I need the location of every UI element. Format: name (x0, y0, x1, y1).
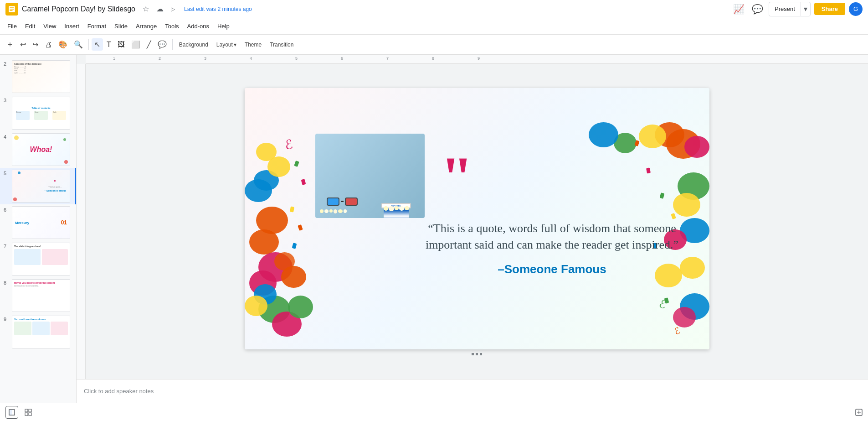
share-button[interactable]: Share (814, 3, 845, 15)
comments-icon[interactable]: 💬 (750, 2, 765, 16)
toolbar-sep-1 (88, 39, 89, 50)
slide-item-6[interactable]: 6 Mercury 01 (0, 204, 76, 241)
menu-tools[interactable]: Tools (161, 21, 182, 31)
slide-thumb-5: " This is a quote... —Someone Famous (12, 170, 70, 203)
slide-thumb-9: You could use three columns... (12, 316, 70, 348)
top-bar: Caramel Popcorn Day! by Slidesgo ☆ ☁ ▷ L… (0, 0, 868, 18)
fit-to-screen-icon[interactable] (855, 409, 863, 416)
quote-attribution: –Someone Famous (420, 262, 684, 276)
last-edit-link[interactable]: Last edit was 2 minutes ago (184, 6, 252, 12)
quote-text-area: “This is a quote, words full of wisdom t… (420, 220, 684, 277)
canvas-wrapper: ℰ (77, 64, 868, 379)
menu-arrange[interactable]: Arrange (132, 21, 160, 31)
add-button[interactable]: ＋ (4, 38, 16, 51)
app-logo (5, 3, 18, 16)
text-box-tool[interactable]: T (104, 39, 114, 51)
slide-thumb-6: Mercury 01 (12, 206, 70, 239)
svg-rect-8 (25, 413, 28, 416)
cursor-tool[interactable]: ↖ (92, 38, 103, 51)
user-avatar[interactable]: G (849, 2, 863, 16)
slide-item-5[interactable]: 5 " This is a quote... —Someone Famous (0, 168, 76, 204)
bottom-bar (0, 403, 868, 421)
slide-item-2[interactable]: 2 Contents of this template Mercury ....… (0, 58, 76, 95)
present-label[interactable]: Present (769, 2, 801, 16)
star-icon[interactable]: ☆ (141, 4, 151, 14)
menu-bar: File Edit View Insert Format Slide Arran… (0, 18, 868, 35)
toolbar: ＋ ↩ ↪ 🖨 🎨 🔍 ↖ T 🖼 ⬜ ╱ 💬 Background Layou… (0, 35, 868, 55)
line-tool[interactable]: ╱ (144, 38, 154, 51)
slide-thumb-8: Maybe you need to divide the content Lor… (12, 279, 70, 312)
top-right-actions: 📈 💬 Present ▾ Share G (731, 2, 863, 16)
transition-button[interactable]: Transition (266, 40, 297, 50)
present-button[interactable]: Present ▾ (769, 2, 811, 16)
ruler-vertical (77, 64, 86, 379)
print-button[interactable]: 🖨 (42, 39, 55, 51)
svg-rect-2 (10, 9, 14, 10)
page-dot-1 (472, 353, 474, 355)
quote-mark-decoration: " (441, 156, 473, 198)
ruler-horizontal: 1 2 3 4 5 6 7 8 9 (86, 55, 868, 64)
svg-rect-1 (10, 7, 14, 8)
slide-view-grid-button[interactable] (22, 406, 35, 419)
layout-button[interactable]: Layout ▾ (213, 40, 240, 50)
cloud-icon[interactable]: ☁ (154, 4, 165, 14)
menu-file[interactable]: File (4, 21, 21, 31)
zoom-button[interactable]: 🔍 (71, 38, 86, 51)
svg-rect-6 (25, 409, 28, 412)
quote-text: “This is a quote, words full of wisdom t… (420, 220, 684, 254)
svg-rect-3 (10, 10, 13, 11)
slide-thumb-7: The slide title goes here! (12, 243, 70, 275)
slide-thumb-3: Table of contents Mercury Venus Earth (12, 97, 70, 130)
menu-addons[interactable]: Add-ons (184, 21, 213, 31)
slide-container: ℰ (245, 88, 709, 355)
analytics-icon[interactable]: 📈 (731, 2, 746, 16)
canvas-area: 1 2 3 4 5 6 7 8 9 (77, 55, 868, 403)
notes-placeholder-text[interactable]: Click to add speaker notes (84, 388, 154, 395)
background-button[interactable]: Background (175, 40, 212, 50)
main-slide[interactable]: ℰ (245, 88, 709, 349)
shape-tool[interactable]: ⬜ (128, 38, 143, 51)
theme-button[interactable]: Theme (241, 40, 265, 50)
slide-thumb-4: Whoa! (12, 133, 70, 166)
menu-format[interactable]: Format (84, 21, 110, 31)
slide-item-4[interactable]: 4 Whoa! (0, 131, 76, 168)
history-icon: ▷ (169, 5, 177, 13)
redo-button[interactable]: ↪ (30, 38, 41, 51)
comment-tool[interactable]: 💬 (155, 38, 169, 51)
slide-item-8[interactable]: 8 Maybe you need to divide the content L… (0, 277, 76, 314)
slide-item-7[interactable]: 7 The slide title goes here! (0, 241, 76, 277)
doc-title: Caramel Popcorn Day! by Slidesgo (22, 5, 135, 13)
image-tool[interactable]: 🖼 (115, 39, 128, 51)
menu-slide[interactable]: Slide (111, 21, 131, 31)
toolbar-sep-2 (172, 39, 173, 50)
layout-dropdown-arrow: ▾ (234, 42, 236, 48)
present-dropdown-arrow[interactable]: ▾ (801, 2, 810, 16)
slides-panel: 2 Contents of this template Mercury ....… (0, 55, 77, 403)
svg-rect-5 (10, 410, 12, 415)
paint-format-button[interactable]: 🎨 (56, 38, 70, 51)
popcorn-image: POP CORN (315, 134, 425, 218)
slide-item-3[interactable]: 3 Table of contents Mercury Venus Earth (0, 95, 76, 131)
slide-view-normal-button[interactable] (5, 406, 18, 419)
bottom-right-controls (855, 409, 863, 416)
main-content: 2 Contents of this template Mercury ....… (0, 55, 868, 403)
menu-edit[interactable]: Edit (21, 21, 39, 31)
menu-help[interactable]: Help (214, 21, 233, 31)
slide-thumb-2: Contents of this template Mercury ......… (12, 60, 70, 93)
slide-canvas[interactable]: ℰ (86, 64, 868, 379)
svg-rect-7 (29, 409, 31, 412)
svg-rect-9 (29, 413, 31, 416)
slide-item-9[interactable]: 9 You could use three columns... (0, 314, 76, 350)
page-dot-2 (476, 353, 478, 355)
menu-insert[interactable]: Insert (61, 21, 83, 31)
notes-area[interactable]: Click to add speaker notes (77, 379, 868, 403)
menu-view[interactable]: View (40, 21, 60, 31)
undo-button[interactable]: ↩ (17, 38, 29, 51)
page-dot-3 (480, 353, 482, 355)
